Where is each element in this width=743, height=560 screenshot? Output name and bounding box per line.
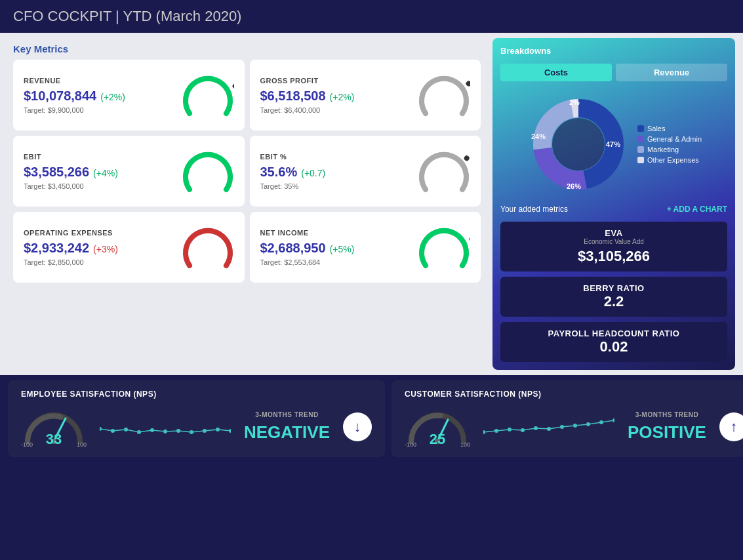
employee-sparkline-area	[100, 412, 231, 441]
metric-target-1: Target: $6,400,000	[260, 106, 355, 114]
customer-sat-gauge: -100 100 25	[405, 405, 470, 448]
bottom-section: EMPLOYEE SATISFACTION (NPS) -100 100 33	[0, 375, 743, 462]
svg-text:24%: 24%	[531, 132, 546, 140]
svg-point-30	[483, 430, 485, 434]
metric-value-5: $2,688,950	[260, 241, 326, 256]
customer-trend-value: POSITIVE	[628, 422, 706, 443]
employee-trend-area: 3-MONTHS TREND NEGATIVE	[244, 411, 330, 443]
metric-label-0: REVENUE	[24, 77, 125, 85]
tab-costs[interactable]: Costs	[500, 64, 612, 81]
metric-target-0: Target: $9,900,000	[24, 106, 125, 114]
metric-info-0: REVENUE $10,078,844 (+2%) Target: $9,900…	[24, 77, 125, 114]
metric-value-1: $6,518,508	[260, 89, 326, 104]
tab-buttons: Costs Revenue	[500, 64, 727, 81]
svg-point-32	[508, 428, 512, 431]
employee-satisfaction-card: EMPLOYEE SATISFACTION (NPS) -100 100 33	[8, 380, 385, 457]
app-subtitle: | YTD (March 2020)	[111, 8, 241, 24]
arrow-up-icon: ↑	[730, 418, 737, 435]
eva-value: $3,105,266	[510, 248, 718, 265]
metric-card-5: NET INCOME $2,688,950 (+5%) Target: $2,5…	[250, 212, 481, 283]
metric-info-4: OPERATING EXPENSES $2,933,242 (+3%) Targ…	[24, 229, 118, 266]
added-metrics-label: Your added metrics	[500, 205, 568, 214]
customer-satisfaction-card: CUSTOMER SATISFACTION (NPS) -100 100 25	[392, 380, 743, 457]
eva-box: EVA Economic Value Add $3,105,266	[500, 222, 727, 271]
metric-card-0: REVENUE $10,078,844 (+2%) Target: $9,900…	[13, 60, 245, 130]
svg-point-31	[494, 429, 498, 433]
metric-value-2: $3,585,266	[24, 165, 89, 180]
metric-label-5: NET INCOME	[260, 229, 355, 237]
header: CFO COCKPIT | YTD (March 2020)	[0, 0, 743, 33]
metric-label-1: GROSS PROFIT	[260, 77, 355, 85]
legend-dot-2	[637, 146, 644, 153]
legend-dot-1	[637, 136, 644, 142]
metric-info-2: EBIT $3,585,266 (+4%) Target: $3,450,000	[24, 153, 118, 190]
svg-point-34	[534, 426, 538, 430]
legend-item-3: Other Expenses	[637, 156, 702, 164]
gauge-4	[182, 221, 234, 273]
tab-revenue[interactable]: Revenue	[616, 64, 727, 81]
metric-target-4: Target: $2,850,000	[24, 258, 118, 266]
metric-label-2: EBIT	[24, 153, 118, 161]
employee-sat-value: 33	[46, 431, 62, 448]
metric-card-3: EBIT % 35.6% (+0.7) Target: 35%	[250, 136, 481, 207]
legend-dot-3	[637, 157, 644, 163]
svg-point-22	[163, 430, 167, 433]
berry-ratio-box: BERRY RATIO 2.2	[500, 277, 727, 317]
employee-sat-label: EMPLOYEE SATISFACTION (NPS)	[21, 390, 372, 399]
employee-sat-gauge: -100 100 33	[21, 405, 87, 448]
eva-title: EVA	[510, 228, 718, 238]
gauge-0	[182, 69, 234, 121]
svg-point-20	[137, 430, 141, 434]
donut-chart: 47% 26% 24% 2%	[526, 92, 631, 197]
metric-change-4: (+3%)	[93, 244, 118, 254]
payroll-headcount-value: 0.02	[510, 338, 718, 355]
eva-subtitle: Economic Value Add	[510, 238, 718, 245]
gauge-5	[418, 221, 470, 273]
employee-trend-value: NEGATIVE	[244, 422, 330, 443]
svg-point-5	[468, 235, 470, 243]
header-title: CFO COCKPIT | YTD (March 2020)	[13, 8, 241, 25]
customer-sparkline-area	[483, 412, 614, 441]
metric-change-1: (+2%)	[330, 92, 355, 102]
donut-legend: Sales General & Admin Marketing Other Ex…	[637, 125, 702, 164]
customer-sat-max: 100	[460, 441, 470, 448]
legend-label-2: Marketing	[647, 146, 679, 153]
berry-ratio-value: 2.2	[510, 293, 718, 310]
add-chart-button[interactable]: + ADD A CHART	[667, 205, 727, 214]
main-content: Key Metrics REVENUE $10,078,844 (+2%) Ta…	[0, 33, 743, 375]
metric-change-5: (+5%)	[330, 244, 355, 254]
metric-target-3: Target: 35%	[260, 182, 326, 190]
metric-info-5: NET INCOME $2,688,950 (+5%) Target: $2,5…	[260, 229, 355, 266]
customer-trend-label: 3-MONTHS TREND	[628, 411, 706, 418]
app-title: CFO COCKPIT	[13, 8, 111, 24]
legend-label-1: General & Admin	[647, 135, 702, 143]
metric-change-0: (+2%)	[100, 92, 125, 102]
gauge-3	[418, 145, 470, 197]
payroll-headcount-box: PAYROLL HEADCOUNT RATIO 0.02	[500, 322, 727, 362]
svg-point-19	[124, 428, 128, 431]
svg-point-26	[216, 428, 220, 431]
svg-text:47%: 47%	[606, 140, 620, 148]
breakdowns-section: Breakdowns Costs Revenue 47%	[492, 38, 735, 370]
gauge-1	[418, 69, 470, 121]
arrow-down-icon: ↓	[353, 418, 361, 435]
svg-point-25	[203, 429, 207, 433]
customer-sat-label: CUSTOMER SATISFACTION (NPS)	[405, 390, 743, 399]
svg-point-39	[599, 420, 603, 424]
metric-change-2: (+4%)	[93, 168, 118, 178]
svg-point-36	[560, 425, 564, 429]
metric-change-3: (+0.7)	[301, 168, 325, 178]
svg-point-37	[573, 424, 577, 428]
section-title: Key Metrics	[13, 43, 481, 54]
key-metrics-section: Key Metrics REVENUE $10,078,844 (+2%) Ta…	[8, 38, 486, 370]
svg-point-40	[612, 418, 614, 422]
metric-label-4: OPERATING EXPENSES	[24, 229, 118, 237]
svg-point-38	[586, 422, 590, 426]
berry-ratio-title: BERRY RATIO	[510, 283, 718, 293]
svg-text:26%: 26%	[567, 182, 581, 190]
svg-point-3	[463, 155, 470, 162]
metric-card-2: EBIT $3,585,266 (+4%) Target: $3,450,000	[13, 136, 245, 207]
svg-point-24	[190, 430, 193, 434]
customer-trend-area: 3-MONTHS TREND POSITIVE	[628, 411, 706, 443]
metric-value-3: 35.6%	[260, 165, 298, 180]
